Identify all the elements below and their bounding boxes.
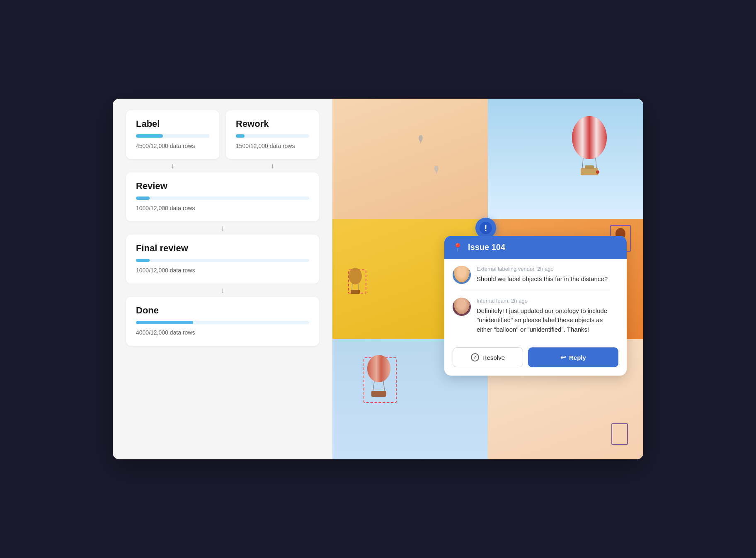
final-review-progress-fill	[136, 259, 150, 262]
comment-1-meta: External labeling vendor, 2h ago	[477, 266, 608, 272]
done-progress-bg	[136, 321, 309, 324]
avatar-internal	[453, 298, 471, 316]
stage-card-label: Label 4500/12,000 data rows	[126, 110, 219, 159]
image-cell-2	[488, 99, 643, 219]
label-progress-fill	[136, 134, 163, 138]
left-panel: Label 4500/12,000 data rows Rework 1500/…	[113, 99, 332, 459]
stage-card-done: Done 4000/12,000 data rows	[126, 297, 319, 346]
balloon-illustration	[567, 111, 612, 177]
svg-rect-23	[371, 391, 386, 397]
avatar-vendor	[453, 266, 471, 284]
review-progress-fill	[136, 197, 150, 200]
main-container: Label 4500/12,000 data rows Rework 1500/…	[113, 99, 643, 459]
comment-2-text: Definitely! I just updated our ontology …	[477, 306, 618, 335]
issue-title: Issue 104	[468, 243, 505, 252]
selection-box-peach	[611, 423, 628, 445]
arrow-down-review: ↓	[126, 221, 319, 235]
comment-2: Internal team, 2h ago Definitely! I just…	[453, 298, 618, 335]
final-review-progress-bg	[136, 259, 309, 262]
reply-label: Reply	[569, 354, 586, 361]
svg-rect-9	[585, 165, 594, 169]
arrow-row-1: ↓ ↓	[126, 159, 319, 172]
avatar-man-img	[453, 266, 471, 284]
label-count: 4500/12,000 data rows	[136, 143, 209, 149]
resolve-label: Resolve	[482, 354, 505, 361]
svg-rect-8	[581, 168, 598, 175]
done-count: 4000/12,000 data rows	[136, 329, 309, 336]
svg-point-0	[419, 135, 423, 141]
stage-card-review: Review 1000/12,000 data rows	[126, 172, 319, 221]
resolve-check-icon: ✓	[471, 353, 479, 361]
stage-card-final-review: Final review 1000/12,000 data rows	[126, 235, 319, 284]
comment-2-author: Internal team	[477, 298, 508, 304]
resolve-button[interactable]: ✓ Resolve	[453, 347, 523, 367]
arrow-down-final-review: ↓	[126, 284, 319, 297]
done-progress-fill	[136, 321, 193, 324]
reply-icon: ↩	[560, 354, 566, 361]
svg-line-7	[596, 158, 596, 168]
issue-actions: ✓ Resolve ↩ Reply	[444, 347, 627, 376]
comment-1-text: Should we label objects this far in the …	[477, 274, 608, 284]
comment-2-time: 2h ago	[511, 298, 528, 304]
svg-line-12	[352, 284, 352, 290]
svg-point-20	[367, 355, 390, 382]
right-panel: ! 📍 Issue 104 External l	[332, 99, 643, 459]
rework-count: 1500/12,000 data rows	[236, 143, 309, 149]
arrow-down-label: ↓	[126, 159, 219, 172]
issue-popup-header: 📍 Issue 104	[444, 236, 627, 259]
arrow-down-rework: ↓	[226, 159, 319, 172]
issue-popup: 📍 Issue 104 External labeling vendor, 2h…	[444, 236, 627, 376]
final-review-title: Final review	[136, 243, 309, 254]
svg-marker-3	[435, 170, 438, 174]
svg-line-22	[383, 381, 385, 391]
avatar-woman-img	[453, 298, 471, 316]
comment-1: External labeling vendor, 2h ago Should …	[453, 266, 618, 284]
rework-progress-fill	[236, 134, 245, 138]
review-progress-bg	[136, 197, 309, 200]
svg-line-13	[358, 284, 359, 290]
comment-divider	[461, 291, 610, 291]
svg-point-10	[596, 170, 599, 174]
svg-rect-14	[351, 290, 360, 294]
svg-point-2	[434, 165, 439, 171]
issue-location-icon: 📍	[453, 243, 463, 252]
reply-button[interactable]: ↩ Reply	[528, 347, 618, 367]
rework-title: Rework	[236, 119, 309, 129]
review-title: Review	[136, 181, 309, 192]
comment-1-time: 2h ago	[537, 266, 554, 272]
comment-1-content: External labeling vendor, 2h ago Should …	[477, 266, 608, 284]
image-cell-1	[332, 99, 488, 219]
comment-2-content: Internal team, 2h ago Definitely! I just…	[477, 298, 618, 335]
label-progress-bg	[136, 134, 209, 138]
label-title: Label	[136, 119, 209, 129]
top-stage-row: Label 4500/12,000 data rows Rework 1500/…	[126, 110, 319, 159]
pin-exclaim: !	[485, 224, 487, 232]
svg-point-5	[572, 116, 607, 159]
rework-progress-bg	[236, 134, 309, 138]
big-issue-pin[interactable]: !	[475, 218, 496, 238]
comment-1-author: External labeling vendor	[477, 266, 534, 272]
balloon-lightblue	[361, 354, 397, 403]
pin-1	[418, 135, 424, 145]
final-review-count: 1000/12,000 data rows	[136, 267, 309, 274]
review-count: 1000/12,000 data rows	[136, 205, 309, 211]
svg-line-6	[582, 158, 583, 168]
stage-card-rework: Rework 1500/12,000 data rows	[226, 110, 319, 159]
comment-2-meta: Internal team, 2h ago	[477, 298, 618, 304]
svg-marker-1	[419, 140, 422, 144]
svg-point-11	[349, 268, 362, 284]
pin-2	[434, 165, 439, 175]
issue-body: External labeling vendor, 2h ago Should …	[444, 259, 627, 348]
balloon-small-yellow	[345, 267, 366, 296]
svg-line-21	[373, 381, 374, 391]
done-title: Done	[136, 305, 309, 316]
